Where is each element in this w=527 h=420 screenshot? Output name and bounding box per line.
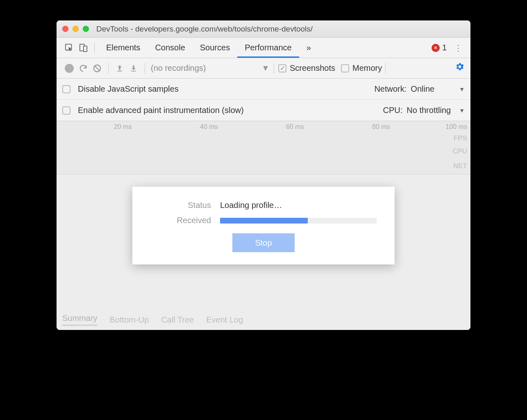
screenshots-checkbox[interactable]: Screenshots [278,63,335,73]
loading-profile-modal: Status Loading profile… Received Stop [132,187,395,264]
progress-fill [220,218,308,224]
disable-js-label: Disable JavaScript samples [78,84,179,94]
options-row-1: Disable JavaScript samples Network: Onli… [57,79,470,100]
divider [385,63,386,74]
divider [274,63,274,74]
stop-button[interactable]: Stop [232,233,295,252]
inspect-element-icon[interactable] [62,41,76,55]
ruler-tick: 40 ms [200,123,218,131]
settings-gear-icon[interactable] [455,62,465,75]
lane-net: NET [453,162,467,170]
minimize-window-button[interactable] [73,26,79,32]
chevron-down-icon: ▼ [459,86,465,93]
error-count: 1 [442,43,447,52]
btab-call-tree[interactable]: Call Tree [161,315,194,325]
zoom-window-button[interactable] [83,26,89,32]
reload-record-button[interactable] [76,64,90,73]
divider [94,43,95,53]
network-throttle-dropdown[interactable]: Network: Online ▼ [374,84,465,94]
divider [145,63,145,74]
traffic-lights [62,26,89,32]
status-label: Status [150,201,220,210]
devtools-tabbar: Elements Console Sources Performance » ✕… [57,38,470,58]
checkbox-icon[interactable] [62,106,70,115]
svg-rect-2 [84,46,87,52]
record-button[interactable] [62,64,76,73]
error-icon: ✕ [432,44,440,52]
checkbox-icon[interactable] [62,85,70,93]
chevron-down-icon: ▼ [459,107,465,114]
status-value: Loading profile… [220,201,282,210]
tab-elements[interactable]: Elements [99,38,148,58]
ruler-tick: 100 ms [446,123,467,131]
tab-performance[interactable]: Performance [237,38,299,58]
window-title: DevTools - developers.google.com/web/too… [96,25,313,34]
recordings-dropdown[interactable]: (no recordings) ▼ [151,63,270,73]
record-icon [65,64,74,73]
btab-bottom-up[interactable]: Bottom-Up [110,315,149,325]
divider [108,63,109,74]
error-indicator[interactable]: ✕ 1 [432,43,447,52]
ruler-tick: 80 ms [372,123,390,131]
chevron-down-icon: ▼ [261,63,270,72]
close-window-button[interactable] [62,26,68,32]
enable-paint-label: Enable advanced paint instrumentation (s… [78,106,244,115]
cpu-throttle-dropdown[interactable]: CPU: No throttling ▼ [383,106,465,115]
tab-console[interactable]: Console [148,38,192,58]
devtools-window: DevTools - developers.google.com/web/too… [57,20,470,330]
download-profile-button[interactable] [127,64,141,72]
lane-cpu: CPU [452,147,467,156]
ruler-tick: 60 ms [286,123,304,131]
options-row-2: Enable advanced paint instrumentation (s… [57,100,470,121]
progress-bar [220,218,377,224]
ruler-tick: 20 ms [114,123,132,131]
kebab-menu-icon[interactable]: ⋮ [454,43,462,53]
bottom-tabbar: Summary Bottom-Up Call Tree Event Log [57,309,470,330]
checkbox-icon [341,64,349,72]
tab-sources[interactable]: Sources [193,38,237,58]
btab-summary[interactable]: Summary [62,314,98,326]
tab-overflow[interactable]: » [299,38,318,58]
upload-profile-button[interactable] [113,64,127,72]
svg-rect-4 [117,70,122,71]
performance-canvas: Status Loading profile… Received Stop [57,174,470,309]
memory-checkbox[interactable]: Memory [341,63,382,73]
performance-toolbar: (no recordings) ▼ Screenshots Memory [57,58,470,79]
clear-button[interactable] [90,64,104,73]
timeline-ruler: 20 ms 40 ms 60 ms 80 ms 100 ms FPS CPU N… [57,121,470,174]
received-label: Received [150,216,220,225]
svg-rect-5 [131,70,136,71]
checkbox-icon [278,64,286,72]
titlebar: DevTools - developers.google.com/web/too… [57,20,470,38]
btab-event-log[interactable]: Event Log [206,315,243,325]
lane-fps: FPS [454,134,467,142]
device-mode-icon[interactable] [76,41,90,55]
